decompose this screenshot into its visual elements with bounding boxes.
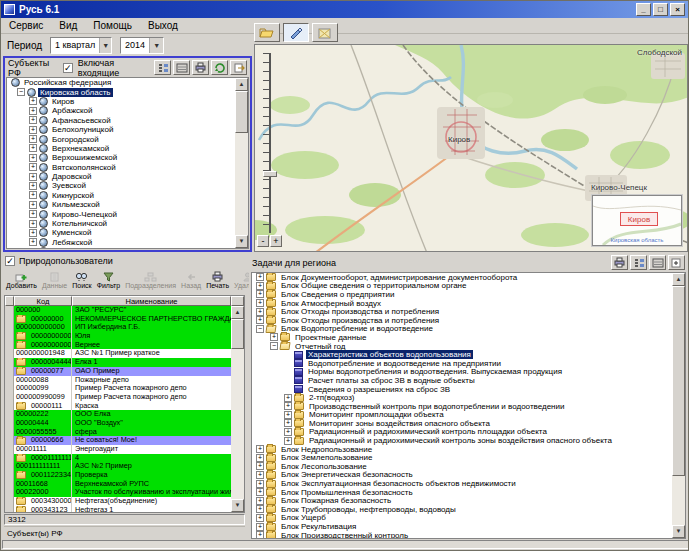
task-tree-item[interactable]: +Блок Пожарная безопасность (252, 496, 672, 505)
collapse-icon[interactable]: − (256, 325, 264, 333)
tree-item-district[interactable]: +Богородской (7, 134, 248, 143)
toolbar-filter-button[interactable]: Фильтр (95, 268, 123, 292)
expand-icon[interactable]: + (256, 471, 264, 479)
toolbar-add-button[interactable]: Добавить (4, 268, 39, 292)
task-tree-item[interactable]: +Блок Документооборот, администрирование… (252, 273, 672, 282)
expand-icon[interactable]: + (256, 488, 264, 496)
table-row[interactable]: 000000ЗАО "РЕСУРС" (5, 306, 231, 315)
tree-item-region[interactable]: −Кировская область (7, 87, 248, 96)
overview-minimap[interactable]: Киров Кировская область (592, 195, 682, 246)
expand-icon[interactable]: + (256, 480, 264, 488)
task-tree-item[interactable]: +Блок Эксплуатационная безопасность объе… (252, 479, 672, 488)
table-row[interactable]: 00000222ООО Елка (5, 410, 231, 419)
scroll-up-icon[interactable]: ▲ (235, 78, 248, 91)
table-row[interactable]: 000000990099Пример Расчета пожарного деп… (5, 393, 231, 402)
scroll-down-icon[interactable]: ▼ (231, 499, 244, 512)
menu-service[interactable]: Сервис (1, 19, 51, 32)
expand-icon[interactable]: + (29, 97, 37, 105)
collapse-icon[interactable]: − (17, 88, 25, 96)
select-pen-icon-button[interactable] (283, 23, 309, 42)
expand-icon[interactable]: + (256, 290, 264, 298)
tree-item-district[interactable]: +Вятскополянской (7, 163, 248, 172)
task-tree-item[interactable]: +Мониторинг зоны воздействия опасного об… (252, 419, 672, 428)
sync-icon-button[interactable] (211, 60, 228, 75)
toolbar-search-button[interactable]: Поиск (70, 268, 93, 292)
table-row[interactable]: 00000088Пожарные депо (5, 376, 231, 385)
table-row[interactable]: 0000055555сфера (5, 428, 231, 437)
expand-icon[interactable]: + (256, 273, 264, 281)
expand-icon[interactable]: + (256, 505, 264, 513)
table-row[interactable]: 000111111111АЗС №2 Пример (5, 462, 231, 471)
users-table-scrollbar[interactable]: ▲ ▼ (231, 306, 244, 512)
scrollbar-thumb[interactable] (672, 286, 685, 476)
toolbar-print-button[interactable]: Печать (204, 268, 231, 292)
expand-icon[interactable]: + (256, 299, 264, 307)
collapse-icon[interactable]: − (270, 342, 278, 350)
task-tree-item[interactable]: +Блок Производственный контроль (252, 531, 672, 538)
scroll-down-icon[interactable]: ▼ (235, 235, 248, 248)
expand-icon[interactable]: + (284, 411, 292, 419)
expand-icon[interactable]: + (284, 402, 292, 410)
map-zoom-slider[interactable] (263, 53, 277, 233)
tree-item-district[interactable]: +Зуевской (7, 181, 248, 190)
close-button[interactable]: × (670, 3, 685, 16)
expand-icon[interactable]: + (29, 116, 37, 124)
expand-icon[interactable]: + (256, 523, 264, 531)
expand-icon[interactable]: + (29, 135, 37, 143)
scroll-up-icon[interactable]: ▲ (672, 273, 685, 286)
export-icon-button[interactable] (230, 60, 247, 75)
task-tree-item[interactable]: Нормы водопотребления и водоотведения. В… (252, 368, 672, 377)
scroll-up-icon[interactable]: ▲ (231, 306, 244, 319)
chevron-down-icon[interactable]: ▼ (149, 38, 163, 53)
year-select[interactable]: 2014 ▼ (120, 37, 164, 54)
task-tree-item[interactable]: +Блок Трубопроводы, нефтепроводы, водово… (252, 505, 672, 514)
task-tree-item[interactable]: +Блок Ущерб (252, 514, 672, 523)
tree-item-district[interactable]: +Кильмезской (7, 200, 248, 209)
expand-icon[interactable]: + (256, 445, 264, 453)
table-row[interactable]: 00011668Верхнекамской РУПС (5, 480, 231, 489)
tasks-tree-scrollbar[interactable]: ▲ ▼ (672, 273, 685, 538)
tree-item-district[interactable]: +Лебяжской (7, 238, 248, 247)
view-list-icon-button[interactable] (649, 255, 666, 270)
expand-icon[interactable]: + (29, 191, 37, 199)
table-row[interactable]: 00000000НЕКОММЕРЧЕСКОЕ ПАРТНЕРСТВО ГРАЖД… (5, 315, 231, 324)
task-tree-item[interactable]: Расчет платы за сброс ЗВ в водные объект… (252, 376, 672, 385)
table-row[interactable]: 00000044444Елка 1 (5, 358, 231, 367)
task-tree-item[interactable]: +Производственный контроль при водопотре… (252, 402, 672, 411)
menu-exit[interactable]: Выход (140, 19, 186, 32)
task-tree-item[interactable]: −Блок Водопотребление и водоотведение (252, 325, 672, 334)
expand-icon[interactable]: + (256, 316, 264, 324)
table-row[interactable]: 00022000Участок по обслуживанию и эксплу… (5, 488, 231, 497)
table-row[interactable]: 00001111Энергоаудит (5, 445, 231, 454)
tree-item-district[interactable]: +Киров (7, 97, 248, 106)
task-tree-item[interactable]: +2-тп(водхоз) (252, 393, 672, 402)
table-row[interactable]: 000000000004Вернее (5, 341, 231, 350)
expand-icon[interactable]: + (284, 419, 292, 427)
table-row[interactable]: 00000666Не соваться! Мое! (5, 436, 231, 445)
expand-icon[interactable]: + (284, 437, 292, 445)
task-tree-item[interactable]: +Блок Землепользование (252, 453, 672, 462)
zoom-in-button[interactable]: + (270, 235, 282, 247)
table-row[interactable]: 0003430000Нефтегаз(объединение) (5, 497, 231, 506)
code-column-header[interactable]: Код (14, 296, 72, 306)
tree-item-district[interactable]: +Лузской (7, 247, 248, 249)
tree-item-district[interactable]: +Арбажской (7, 106, 248, 115)
maximize-button[interactable]: □ (653, 3, 668, 16)
expand-icon[interactable]: + (270, 333, 278, 341)
scrollbar-thumb[interactable] (231, 319, 244, 349)
expand-icon[interactable]: + (256, 308, 264, 316)
include-nested-checkbox[interactable]: ✓ (63, 63, 73, 73)
expand-icon[interactable]: + (29, 126, 37, 134)
expand-icon[interactable]: + (29, 173, 37, 181)
expand-icon[interactable]: + (29, 182, 37, 190)
scroll-down-icon[interactable]: ▼ (672, 525, 685, 538)
table-row[interactable]: 00000099Пример Расчета пожарного депо (5, 384, 231, 393)
task-tree-item[interactable]: Характеристика объектов водопользования (252, 350, 672, 359)
quarter-select[interactable]: 1 квартал ▼ (50, 37, 112, 54)
table-row[interactable]: 000000001948АЗС №1 Пример краткое (5, 349, 231, 358)
expand-icon[interactable]: + (29, 220, 37, 228)
open-folder-icon-button[interactable] (254, 23, 280, 42)
expand-icon[interactable]: + (256, 454, 264, 462)
sort-tree-icon-button[interactable] (630, 255, 647, 270)
task-tree-item[interactable]: +Блок Промышленная безопасность (252, 488, 672, 497)
